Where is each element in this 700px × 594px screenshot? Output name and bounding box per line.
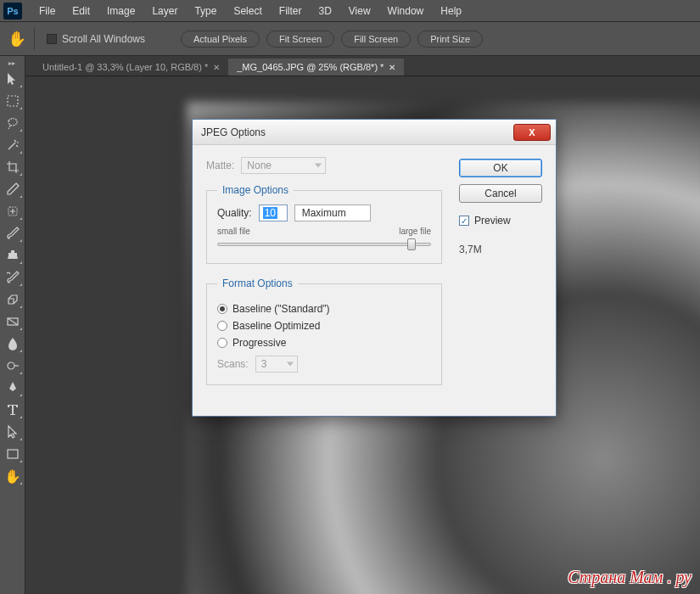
crop-tool[interactable] <box>2 157 24 177</box>
svg-rect-0 <box>8 96 18 106</box>
quality-input[interactable]: 10 <box>259 205 288 221</box>
eraser-tool[interactable] <box>2 289 24 310</box>
gradient-tool[interactable] <box>2 311 24 332</box>
menu-file[interactable]: File <box>31 5 64 17</box>
clone-stamp-tool[interactable] <box>2 245 24 266</box>
brush-tool[interactable] <box>2 223 24 244</box>
chevron-down-icon <box>287 362 294 367</box>
watermark: Страна Мам . ру <box>568 568 692 587</box>
radio-icon <box>217 321 227 331</box>
menu-3d[interactable]: 3D <box>310 5 339 17</box>
dodge-tool[interactable] <box>2 356 24 376</box>
chevron-down-icon <box>315 164 322 168</box>
menu-image[interactable]: Image <box>98 5 143 17</box>
close-icon[interactable]: ✕ <box>213 63 220 72</box>
quality-preset-select[interactable]: Maximum <box>294 205 371 221</box>
radio-baseline-optimized[interactable]: Baseline Optimized <box>217 320 431 332</box>
jpeg-options-dialog: JPEG Options X Matte: None Image Options… <box>192 119 557 417</box>
tab-label: Untitled-1 @ 33,3% (Layer 10, RGB/8) * <box>42 62 208 72</box>
menu-select[interactable]: Select <box>225 5 270 17</box>
radio-icon <box>217 338 227 348</box>
checkbox-icon <box>47 34 57 44</box>
file-size: 3,7M <box>459 244 542 255</box>
large-file-label: large file <box>399 227 431 236</box>
menu-bar: Ps File Edit Image Layer Type Select Fil… <box>0 0 700 22</box>
lasso-tool[interactable] <box>2 113 24 133</box>
image-options-group: Image Options Quality: 10 Maximum small … <box>206 184 442 264</box>
scroll-all-label: Scroll All Windows <box>62 33 145 45</box>
quality-label: Quality: <box>217 207 252 219</box>
fit-screen-button[interactable]: Fit Screen <box>266 31 334 48</box>
tools-panel: ▸▸ ✋ <box>0 56 25 594</box>
scans-select: 3 <box>255 356 298 373</box>
hand-tool[interactable]: ✋ <box>2 466 24 486</box>
menu-window[interactable]: Window <box>379 5 433 17</box>
expand-icon[interactable]: ▸▸ <box>8 59 17 66</box>
menu-view[interactable]: View <box>340 5 379 17</box>
format-options-legend: Format Options <box>217 277 298 289</box>
checkbox-icon: ✓ <box>459 216 469 226</box>
radio-label: Progressive <box>232 337 286 349</box>
history-brush-tool[interactable] <box>2 267 24 288</box>
document-tab-bar: Untitled-1 @ 33,3% (Layer 10, RGB/8) * ✕… <box>0 56 700 76</box>
format-options-group: Format Options Baseline ("Standard") Bas… <box>206 277 442 385</box>
magic-wand-tool[interactable] <box>2 135 24 155</box>
fill-screen-button[interactable]: Fill Screen <box>341 31 411 48</box>
menu-type[interactable]: Type <box>186 5 225 17</box>
svg-rect-4 <box>8 450 18 458</box>
eyedropper-tool[interactable] <box>2 179 24 199</box>
small-file-label: small file <box>217 227 250 236</box>
dialog-titlebar[interactable]: JPEG Options X <box>193 120 556 145</box>
pen-tool[interactable] <box>2 378 24 398</box>
quality-preset-value: Maximum <box>302 207 346 219</box>
radio-icon <box>217 304 227 314</box>
scroll-all-windows-checkbox[interactable]: Scroll All Windows <box>42 33 150 45</box>
type-tool[interactable] <box>2 400 24 420</box>
preview-checkbox[interactable]: ✓ Preview <box>459 215 542 227</box>
options-bar: ✋ Scroll All Windows Actual Pixels Fit S… <box>0 22 700 56</box>
svg-point-3 <box>8 362 14 369</box>
menu-filter[interactable]: Filter <box>271 5 311 17</box>
close-button[interactable]: X <box>513 124 551 141</box>
blur-tool[interactable] <box>2 333 24 354</box>
matte-select: None <box>241 157 326 174</box>
menu-help[interactable]: Help <box>432 5 470 17</box>
marquee-tool[interactable] <box>2 91 24 111</box>
rectangle-tool[interactable] <box>2 444 24 464</box>
hand-tool-icon[interactable]: ✋ <box>7 29 27 49</box>
scans-label: Scans: <box>217 358 249 370</box>
healing-brush-tool[interactable] <box>2 201 24 221</box>
print-size-button[interactable]: Print Size <box>417 31 483 48</box>
radio-baseline-standard[interactable]: Baseline ("Standard") <box>217 303 431 315</box>
tab-mg0465[interactable]: _MG_0465.JPG @ 25% (RGB/8*) * ✕ <box>228 59 404 76</box>
menu-layer[interactable]: Layer <box>143 5 186 17</box>
ok-button[interactable]: OK <box>459 159 542 177</box>
radio-label: Baseline Optimized <box>232 320 320 332</box>
actual-pixels-button[interactable]: Actual Pixels <box>181 31 260 48</box>
matte-label: Matte: <box>206 160 234 171</box>
image-options-legend: Image Options <box>217 184 294 196</box>
tab-label: _MG_0465.JPG @ 25% (RGB/8*) * <box>237 62 384 72</box>
separator <box>34 28 35 50</box>
radio-label: Baseline ("Standard") <box>232 303 330 315</box>
move-tool[interactable] <box>2 69 24 89</box>
radio-progressive[interactable]: Progressive <box>217 337 431 349</box>
preview-label: Preview <box>474 215 511 227</box>
dialog-title: JPEG Options <box>201 126 266 138</box>
scans-value: 3 <box>261 358 267 370</box>
tab-untitled[interactable]: Untitled-1 @ 33,3% (Layer 10, RGB/8) * ✕ <box>34 59 228 76</box>
menu-edit[interactable]: Edit <box>64 5 98 17</box>
app-logo: Ps <box>3 3 22 20</box>
path-selection-tool[interactable] <box>2 422 24 442</box>
quality-slider[interactable] <box>217 238 431 251</box>
cancel-button[interactable]: Cancel <box>459 184 542 203</box>
slider-track <box>217 243 431 246</box>
close-icon[interactable]: ✕ <box>389 63 395 72</box>
slider-thumb[interactable] <box>407 238 416 250</box>
matte-value: None <box>247 160 272 171</box>
